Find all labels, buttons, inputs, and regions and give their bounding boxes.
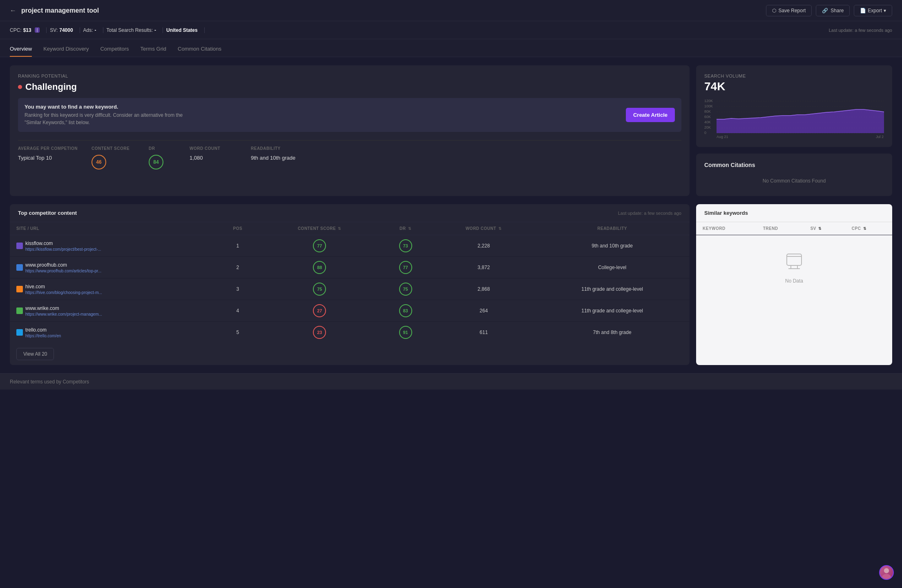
content-score-cell: 77	[261, 235, 378, 257]
citations-card: Common Citations No Common Citations Fou…	[696, 154, 892, 196]
svg-point-19	[882, 574, 891, 580]
content-score-cell: 75	[261, 278, 378, 300]
similar-table-wrap: KEYWORD TREND SV ⇅ CPC ⇅ No Data	[696, 222, 892, 300]
dr-circle: 75	[399, 283, 412, 296]
dr-circle: 73	[399, 239, 412, 252]
metrics-grid: AVERAGE PER COMPETION Typical Top 10 CON…	[18, 140, 681, 169]
content-score-cell: 88	[261, 257, 378, 278]
col-content-score: CONTENT SCORE ⇅	[261, 222, 378, 235]
content-score-circle: 88	[313, 261, 326, 274]
dr-circle: 83	[399, 304, 412, 317]
content-score-circle: 75	[313, 283, 326, 296]
similar-header: Similar keywords	[696, 204, 892, 222]
site-cell: hive.com https://hive.com/blog/choosing-…	[10, 278, 214, 300]
col-dr: DR ⇅	[378, 222, 433, 235]
table-row: kissflow.com https://kissflow.com/projec…	[10, 235, 690, 257]
sk-col-cpc: CPC ⇅	[845, 222, 892, 235]
dr-badge: 84	[149, 155, 163, 169]
save-icon: ⬡	[772, 8, 776, 13]
dr-circle: 77	[399, 261, 412, 274]
readability-cell: 11th grade and college-level	[535, 278, 690, 300]
competitor-card: Top competitor content Last update: a fe…	[10, 204, 690, 365]
bottom-section: Top competitor content Last update: a fe…	[0, 204, 902, 373]
share-button[interactable]: 🔗 Share	[816, 5, 850, 16]
pos-cell: 3	[214, 278, 261, 300]
svg-marker-14	[717, 109, 884, 133]
col-site: SITE / URL	[10, 222, 214, 235]
tab-bar: Overview Keyword Discovery Competitors T…	[0, 39, 902, 57]
sort-icon-cpc: ⇅	[863, 227, 867, 231]
dr-cell: 83	[378, 300, 433, 322]
tab-keyword-discovery[interactable]: Keyword Discovery	[43, 46, 89, 57]
no-data-icon	[784, 252, 804, 275]
dr-cell: 91	[378, 322, 433, 343]
tab-terms-grid[interactable]: Terms Grid	[141, 46, 167, 57]
svg-text:Jul 2: Jul 2	[876, 135, 884, 139]
tab-overview[interactable]: Overview	[10, 46, 32, 57]
view-all-button[interactable]: View All 20	[16, 348, 54, 360]
svg-text:0: 0	[704, 131, 706, 135]
col-word-count: WORD COUNT ⇅	[433, 222, 535, 235]
pos-cell: 2	[214, 257, 261, 278]
table-row: hive.com https://hive.com/blog/choosing-…	[10, 278, 690, 300]
dr-cell: 75	[378, 278, 433, 300]
avatar[interactable]	[879, 565, 894, 580]
svg-rect-17	[787, 254, 802, 265]
page-title: project management tool	[21, 7, 99, 14]
svg-text:100K: 100K	[704, 104, 713, 108]
ranking-dot	[18, 85, 22, 89]
readability-cell: 9th and 10th grade	[535, 235, 690, 257]
metric-col-words: WORD COUNT 1,080	[190, 146, 251, 169]
sort-icon-sv: ⇅	[818, 227, 822, 231]
svg-text:Aug 21: Aug 21	[717, 135, 728, 139]
similar-title: Similar keywords	[704, 210, 748, 216]
relevant-terms-bar: Relevant terms used by Competitors	[0, 373, 902, 390]
svg-text:20K: 20K	[704, 125, 711, 129]
alert-text: You may want to find a new keyword. Rank…	[25, 104, 196, 126]
meta-bar: CPC: $13 | SV: 74000 Ads: - Total Search…	[0, 21, 902, 39]
metric-col-dr: DR 84	[149, 146, 190, 169]
metric-col-content: CONTENT SCORE 46	[92, 146, 149, 169]
metric-col-readability: READABILITY 9th and 10th grade	[251, 146, 681, 169]
sv-value: 74K	[704, 80, 884, 93]
export-button[interactable]: 📄 Export ▾	[854, 5, 892, 16]
svg-text:120K: 120K	[704, 99, 713, 103]
main-content: Ranking Potential Challenging You may wa…	[0, 57, 902, 204]
header-left: ← project management tool	[10, 7, 99, 14]
create-article-button[interactable]: Create Article	[626, 108, 675, 122]
table-row: www.wrike.com https://www.wrike.com/proj…	[10, 300, 690, 322]
content-score-cell: 27	[261, 300, 378, 322]
header-actions: ⬡ Save Report 🔗 Share 📄 Export ▾	[766, 5, 892, 16]
alert-box: You may want to find a new keyword. Rank…	[18, 98, 681, 132]
site-cell: www.proofhub.com https://www.proofhub.co…	[10, 257, 214, 278]
ranking-label: Ranking Potential	[18, 74, 681, 78]
word-count-cell: 2,868	[433, 278, 535, 300]
content-score-badge: 46	[92, 155, 106, 169]
no-data-label: No Data	[785, 278, 803, 284]
readability-cell: College-level	[535, 257, 690, 278]
readability-cell: 11th grade and college-level	[535, 300, 690, 322]
table-row: www.proofhub.com https://www.proofhub.co…	[10, 257, 690, 278]
tab-competitors[interactable]: Competitors	[100, 46, 129, 57]
svg-point-18	[884, 568, 889, 573]
readability-cell: 7th and 8th grade	[535, 322, 690, 343]
dr-cell: 73	[378, 235, 433, 257]
tab-common-citations[interactable]: Common Citations	[178, 46, 221, 57]
site-cell: kissflow.com https://kissflow.com/projec…	[10, 235, 214, 257]
back-button[interactable]: ←	[10, 7, 16, 14]
ads-meta: Ads: -	[83, 27, 103, 33]
competitor-table: SITE / URL POS CONTENT SCORE ⇅ DR ⇅ WORD…	[10, 222, 690, 343]
sk-col-sv: SV ⇅	[804, 222, 845, 235]
citations-title: Common Citations	[704, 162, 884, 168]
ranking-card: Ranking Potential Challenging You may wa…	[10, 65, 690, 196]
competitor-title: Top competitor content	[18, 210, 77, 216]
similar-keywords-card: Similar keywords KEYWORD TREND SV ⇅ CPC …	[696, 204, 892, 365]
pos-cell: 5	[214, 322, 261, 343]
content-score-circle: 23	[313, 326, 326, 339]
dr-circle: 91	[399, 326, 412, 339]
content-score-circle: 77	[313, 239, 326, 252]
save-report-button[interactable]: ⬡ Save Report	[766, 5, 812, 16]
svg-text:80K: 80K	[704, 109, 711, 114]
pos-cell: 1	[214, 235, 261, 257]
table-row: trello.com https://trello.com/en 5 23 91…	[10, 322, 690, 343]
